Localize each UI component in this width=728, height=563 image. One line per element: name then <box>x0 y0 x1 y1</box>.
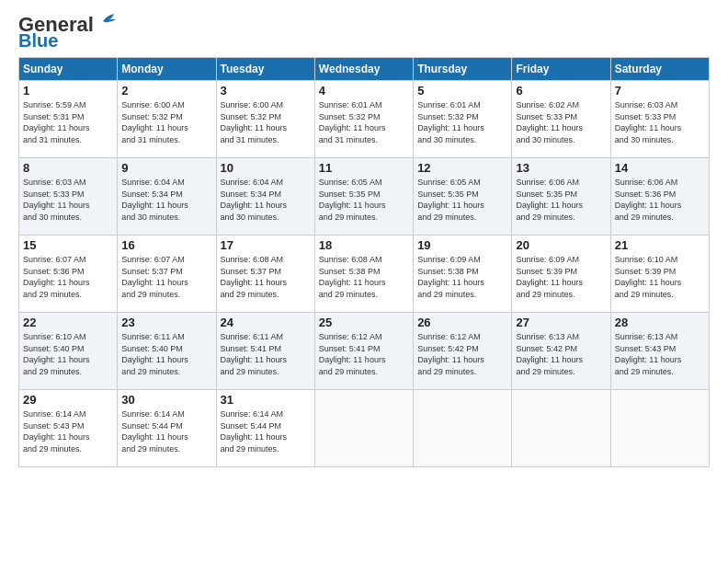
day-info: Sunrise: 6:03 AM Sunset: 5:33 PM Dayligh… <box>23 177 113 223</box>
day-info: Sunrise: 6:11 AM Sunset: 5:41 PM Dayligh… <box>221 331 311 377</box>
day-info: Sunrise: 6:09 AM Sunset: 5:38 PM Dayligh… <box>417 254 507 300</box>
calendar-cell: 24Sunrise: 6:11 AM Sunset: 5:41 PM Dayli… <box>216 313 314 390</box>
day-info: Sunrise: 6:10 AM Sunset: 5:39 PM Dayligh… <box>615 254 705 300</box>
calendar-cell <box>512 390 610 467</box>
calendar-cell <box>610 390 709 467</box>
calendar-cell: 16Sunrise: 6:07 AM Sunset: 5:37 PM Dayli… <box>118 236 216 313</box>
logo-bird-icon <box>96 14 116 30</box>
day-info: Sunrise: 6:06 AM Sunset: 5:35 PM Dayligh… <box>516 177 606 223</box>
day-number: 23 <box>121 316 211 329</box>
calendar-cell: 23Sunrise: 6:11 AM Sunset: 5:40 PM Dayli… <box>118 313 216 390</box>
calendar-cell: 20Sunrise: 6:09 AM Sunset: 5:39 PM Dayli… <box>512 236 610 313</box>
day-number: 22 <box>23 316 113 329</box>
calendar-cell: 18Sunrise: 6:08 AM Sunset: 5:38 PM Dayli… <box>314 236 413 313</box>
day-number: 19 <box>417 238 507 252</box>
weekday-header-friday: Friday <box>512 58 610 81</box>
day-info: Sunrise: 6:04 AM Sunset: 5:34 PM Dayligh… <box>121 177 211 223</box>
calendar-cell: 11Sunrise: 6:05 AM Sunset: 5:35 PM Dayli… <box>314 158 413 236</box>
day-number: 25 <box>319 316 409 329</box>
calendar-cell: 13Sunrise: 6:06 AM Sunset: 5:35 PM Dayli… <box>512 158 610 236</box>
calendar-cell: 14Sunrise: 6:06 AM Sunset: 5:36 PM Dayli… <box>610 158 709 236</box>
day-number: 7 <box>615 84 705 98</box>
day-number: 28 <box>615 316 705 329</box>
day-number: 24 <box>221 316 311 329</box>
day-number: 11 <box>319 161 409 175</box>
calendar-cell: 19Sunrise: 6:09 AM Sunset: 5:38 PM Dayli… <box>414 236 512 313</box>
weekday-header-thursday: Thursday <box>414 58 512 81</box>
day-number: 14 <box>615 161 705 175</box>
calendar-cell: 31Sunrise: 6:14 AM Sunset: 5:44 PM Dayli… <box>216 390 314 467</box>
day-number: 16 <box>121 238 211 252</box>
header: General Blue <box>18 15 710 50</box>
day-info: Sunrise: 6:12 AM Sunset: 5:41 PM Dayligh… <box>319 331 409 377</box>
weekday-header-tuesday: Tuesday <box>216 58 314 81</box>
day-number: 21 <box>615 238 705 252</box>
day-info: Sunrise: 6:03 AM Sunset: 5:33 PM Dayligh… <box>615 99 705 145</box>
day-number: 29 <box>23 393 113 407</box>
day-number: 3 <box>221 84 311 98</box>
day-number: 8 <box>23 161 113 175</box>
calendar-cell: 10Sunrise: 6:04 AM Sunset: 5:34 PM Dayli… <box>216 158 314 236</box>
weekday-header-monday: Monday <box>118 58 216 81</box>
day-info: Sunrise: 6:01 AM Sunset: 5:32 PM Dayligh… <box>319 99 409 145</box>
logo: General Blue <box>18 15 116 50</box>
calendar-cell: 1Sunrise: 5:59 AM Sunset: 5:31 PM Daylig… <box>19 81 118 158</box>
day-number: 31 <box>221 393 311 407</box>
day-info: Sunrise: 6:04 AM Sunset: 5:34 PM Dayligh… <box>221 177 311 223</box>
day-number: 13 <box>516 161 606 175</box>
day-info: Sunrise: 6:06 AM Sunset: 5:36 PM Dayligh… <box>615 177 705 223</box>
day-number: 4 <box>319 84 409 98</box>
day-info: Sunrise: 6:13 AM Sunset: 5:43 PM Dayligh… <box>615 331 705 377</box>
day-number: 2 <box>121 84 211 98</box>
calendar-cell: 28Sunrise: 6:13 AM Sunset: 5:43 PM Dayli… <box>610 313 709 390</box>
calendar-cell: 21Sunrise: 6:10 AM Sunset: 5:39 PM Dayli… <box>610 236 709 313</box>
calendar-cell: 4Sunrise: 6:01 AM Sunset: 5:32 PM Daylig… <box>314 81 413 158</box>
day-info: Sunrise: 6:02 AM Sunset: 5:33 PM Dayligh… <box>516 99 606 145</box>
day-info: Sunrise: 6:14 AM Sunset: 5:44 PM Dayligh… <box>221 408 311 454</box>
day-info: Sunrise: 6:13 AM Sunset: 5:42 PM Dayligh… <box>516 331 606 377</box>
day-info: Sunrise: 6:07 AM Sunset: 5:36 PM Dayligh… <box>23 254 113 300</box>
weekday-header-sunday: Sunday <box>19 58 118 81</box>
calendar-cell: 2Sunrise: 6:00 AM Sunset: 5:32 PM Daylig… <box>118 81 216 158</box>
day-info: Sunrise: 6:12 AM Sunset: 5:42 PM Dayligh… <box>417 331 507 377</box>
logo-blue: Blue <box>18 31 58 50</box>
calendar-cell <box>314 390 413 467</box>
day-number: 5 <box>417 84 507 98</box>
calendar-week-3: 15Sunrise: 6:07 AM Sunset: 5:36 PM Dayli… <box>19 236 710 313</box>
day-info: Sunrise: 6:05 AM Sunset: 5:35 PM Dayligh… <box>417 177 507 223</box>
day-number: 1 <box>23 84 113 98</box>
calendar-cell: 9Sunrise: 6:04 AM Sunset: 5:34 PM Daylig… <box>118 158 216 236</box>
calendar-cell: 5Sunrise: 6:01 AM Sunset: 5:32 PM Daylig… <box>414 81 512 158</box>
calendar-week-4: 22Sunrise: 6:10 AM Sunset: 5:40 PM Dayli… <box>19 313 710 390</box>
day-number: 18 <box>319 238 409 252</box>
calendar-cell: 26Sunrise: 6:12 AM Sunset: 5:42 PM Dayli… <box>414 313 512 390</box>
day-number: 20 <box>516 238 606 252</box>
calendar-cell: 3Sunrise: 6:00 AM Sunset: 5:32 PM Daylig… <box>216 81 314 158</box>
day-number: 26 <box>417 316 507 329</box>
day-number: 10 <box>221 161 311 175</box>
weekday-header-wednesday: Wednesday <box>314 58 413 81</box>
day-number: 17 <box>221 238 311 252</box>
day-info: Sunrise: 6:05 AM Sunset: 5:35 PM Dayligh… <box>319 177 409 223</box>
weekday-header-row: SundayMondayTuesdayWednesdayThursdayFrid… <box>19 58 710 81</box>
day-info: Sunrise: 6:10 AM Sunset: 5:40 PM Dayligh… <box>23 331 113 377</box>
calendar-cell: 27Sunrise: 6:13 AM Sunset: 5:42 PM Dayli… <box>512 313 610 390</box>
weekday-header-saturday: Saturday <box>610 58 709 81</box>
calendar-cell: 22Sunrise: 6:10 AM Sunset: 5:40 PM Dayli… <box>19 313 118 390</box>
day-info: Sunrise: 6:09 AM Sunset: 5:39 PM Dayligh… <box>516 254 606 300</box>
calendar-table: SundayMondayTuesdayWednesdayThursdayFrid… <box>18 57 710 467</box>
day-info: Sunrise: 6:11 AM Sunset: 5:40 PM Dayligh… <box>121 331 211 377</box>
day-number: 6 <box>516 84 606 98</box>
calendar-week-1: 1Sunrise: 5:59 AM Sunset: 5:31 PM Daylig… <box>19 81 710 158</box>
day-number: 30 <box>121 393 211 407</box>
day-info: Sunrise: 6:00 AM Sunset: 5:32 PM Dayligh… <box>221 99 311 145</box>
calendar-cell: 8Sunrise: 6:03 AM Sunset: 5:33 PM Daylig… <box>19 158 118 236</box>
day-number: 12 <box>417 161 507 175</box>
day-number: 27 <box>516 316 606 329</box>
calendar-week-5: 29Sunrise: 6:14 AM Sunset: 5:43 PM Dayli… <box>19 390 710 467</box>
day-info: Sunrise: 6:00 AM Sunset: 5:32 PM Dayligh… <box>121 99 211 145</box>
day-info: Sunrise: 6:07 AM Sunset: 5:37 PM Dayligh… <box>121 254 211 300</box>
day-number: 15 <box>23 238 113 252</box>
calendar-cell: 29Sunrise: 6:14 AM Sunset: 5:43 PM Dayli… <box>19 390 118 467</box>
calendar-cell: 7Sunrise: 6:03 AM Sunset: 5:33 PM Daylig… <box>610 81 709 158</box>
